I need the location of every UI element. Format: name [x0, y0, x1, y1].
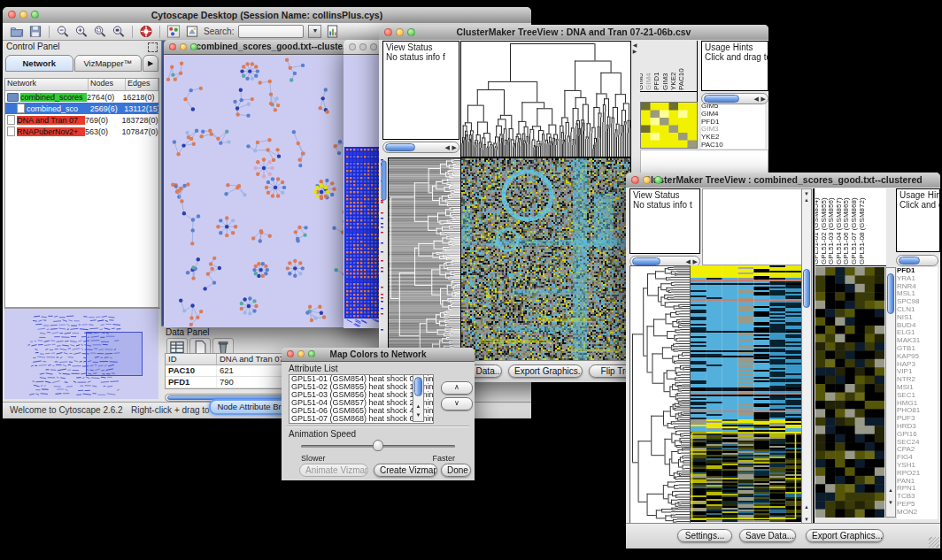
scroll-down-icon[interactable]: ▼ [886, 500, 895, 506]
treeview1-titlebar[interactable]: ClusterMaker TreeView : DNA and Tran 07-… [379, 25, 768, 41]
vizmapper-icon[interactable] [166, 25, 181, 38]
scrollbar-thumb[interactable] [414, 377, 422, 396]
dialog-titlebar[interactable]: Map Colors to Network [282, 348, 475, 362]
gene-label[interactable]: MON2 [897, 509, 938, 517]
scrollbar-thumb[interactable] [887, 273, 894, 314]
row-dendrogram-canvas[interactable] [629, 265, 691, 524]
global-heatmap-canvas[interactable] [691, 265, 801, 522]
scroll-right-icon[interactable]: ▶ [452, 144, 457, 151]
attribute-list-vscrollbar[interactable]: ▲ ▼ [413, 374, 424, 422]
zoom-window-icon[interactable] [654, 176, 662, 184]
zoom-heatmap-canvas[interactable] [815, 267, 884, 518]
row-dendrogram-canvas[interactable] [388, 157, 462, 362]
scrollbar-thumb[interactable] [803, 269, 810, 308]
close-icon[interactable] [384, 28, 392, 36]
heatmap-vscrollbar[interactable]: ▼▲ ▲ ▼ [801, 188, 812, 535]
save-session-icon[interactable] [28, 25, 42, 38]
zoom-selected-icon[interactable] [93, 25, 107, 38]
close-icon[interactable] [169, 43, 176, 50]
array-label[interactable]: PAC10 [678, 68, 685, 90]
minimize-icon[interactable] [359, 43, 367, 50]
network-name[interactable]: RNAPuberNov2+ [17, 127, 85, 136]
array-label[interactable]: GPL51-07 (GSM868) [851, 197, 858, 265]
minimize-icon[interactable] [297, 350, 305, 357]
close-icon[interactable] [287, 350, 294, 357]
float-panel-icon[interactable] [148, 42, 158, 52]
zoom-window-icon[interactable] [308, 350, 315, 357]
scroll-up-down-icons[interactable]: ▼▲ [802, 191, 811, 203]
column-dendrogram-canvas[interactable] [460, 41, 631, 157]
network-name[interactable]: combined_scores [20, 93, 87, 102]
network-table-row[interactable]: RNAPuberNov2+563(0)107847(0) [5, 126, 158, 137]
done-button[interactable]: Done [441, 464, 471, 477]
col-edges[interactable]: Edges [126, 79, 158, 90]
zoom-heatmap-canvas[interactable] [640, 102, 698, 149]
close-icon[interactable] [349, 43, 356, 50]
export-graphics-button[interactable]: Export Graphics... [806, 529, 884, 542]
tab-vizmapper[interactable]: VizMapper™ [74, 55, 143, 72]
settings-button[interactable]: Settings... [677, 529, 732, 542]
zoom-out-icon[interactable] [56, 25, 70, 38]
export-graphics-button[interactable]: Export Graphics... [508, 364, 583, 378]
zoom-window-icon[interactable] [370, 43, 377, 50]
scroll-up-icon[interactable]: ▲ [886, 487, 895, 494]
zoom-fit-icon[interactable] [112, 25, 126, 38]
scroll-right-icon[interactable]: ▶ [761, 96, 766, 103]
network-overview-panel[interactable] [4, 308, 160, 401]
scroll-left-icon[interactable]: ◀ [445, 144, 450, 151]
zoom-window-icon[interactable] [31, 11, 39, 19]
array-label[interactable]: GIM3 [662, 73, 669, 90]
label-scroll-arrows[interactable]: ◀▶ [631, 42, 638, 55]
close-icon[interactable] [631, 176, 639, 184]
save-data-button[interactable]: Save Data... [739, 529, 796, 542]
zoom-vscrollbar[interactable]: ▲ ▼ [885, 267, 896, 518]
inactive-titlebar[interactable] [344, 40, 382, 55]
minimize-icon[interactable] [643, 176, 651, 184]
help-lifering-icon[interactable] [139, 25, 153, 38]
network-table-row[interactable]: DNA and Tran 07769(0)183728(0) [5, 114, 158, 126]
zoom-in-icon[interactable] [74, 25, 89, 38]
search-dropdown-icon[interactable]: ▼ [308, 25, 321, 38]
treeview2-titlebar[interactable]: ClusterMaker TreeView : combined_scores_… [626, 173, 940, 188]
scrollbar-thumb[interactable] [632, 257, 660, 265]
scroll-right-icon[interactable]: ▶ [693, 258, 698, 265]
tab-network[interactable]: Network [5, 55, 73, 72]
scroll-down-icon[interactable]: ▼ [413, 412, 423, 418]
usage-hints-hscrollbar[interactable]: ◀ ▶ [701, 93, 768, 104]
scrollbar-thumb[interactable] [899, 257, 920, 265]
array-label[interactable]: GPL51-03 (GSM856) [828, 197, 835, 265]
network-table-header[interactable]: Network Nodes Edges [5, 79, 158, 91]
move-down-button[interactable]: ∨ [441, 397, 473, 410]
search-input[interactable] [238, 25, 304, 38]
zoom-window-icon[interactable] [190, 43, 197, 50]
global-heatmap-canvas[interactable] [460, 157, 631, 362]
main-titlebar[interactable]: Cytoscape Desktop (Session Name: collins… [3, 7, 531, 24]
move-up-button[interactable]: ∧ [441, 381, 473, 395]
close-icon[interactable] [8, 11, 16, 19]
resize-grip[interactable] [929, 537, 939, 548]
scroll-up-icon[interactable]: ▲ [413, 403, 423, 410]
attribute-item[interactable]: GPL51-07 (GSM868) heat shock 60 min [290, 415, 433, 423]
scrollbar-thumb[interactable] [704, 95, 739, 103]
gene-label[interactable]: PAC10 [701, 142, 765, 149]
array-label[interactable]: YKE2 [670, 73, 677, 90]
network-table-row[interactable]: combined_scores2764(0)16218(0) [5, 91, 158, 103]
import-table-icon[interactable] [326, 25, 340, 38]
global-pixel-strip[interactable] [381, 157, 387, 360]
animate-vizmap-button[interactable]: Animate Vizmap [299, 464, 368, 477]
array-label[interactable]: GIM4 [645, 73, 652, 90]
minimize-icon[interactable] [19, 11, 27, 19]
dense-network-canvas[interactable] [344, 55, 382, 328]
array-label[interactable]: PFD1 [653, 73, 660, 90]
create-vizmap-button[interactable]: Create Vizmap [374, 464, 437, 477]
view-status-hscrollbar[interactable]: ◀ ▶ [382, 142, 459, 153]
minimize-icon[interactable] [396, 28, 404, 36]
scroll-left-icon[interactable]: ◀ [686, 258, 691, 265]
minimize-icon[interactable] [180, 43, 187, 50]
zoom-window-icon[interactable] [407, 28, 415, 36]
tab-overflow-arrow-icon[interactable]: ▶ [143, 55, 158, 72]
col-id[interactable]: ID [166, 354, 217, 364]
usage-hints-hscrollbar[interactable] [896, 255, 938, 266]
open-file-icon[interactable] [10, 25, 24, 38]
scroll-up-icon[interactable]: ▲ [802, 504, 811, 510]
